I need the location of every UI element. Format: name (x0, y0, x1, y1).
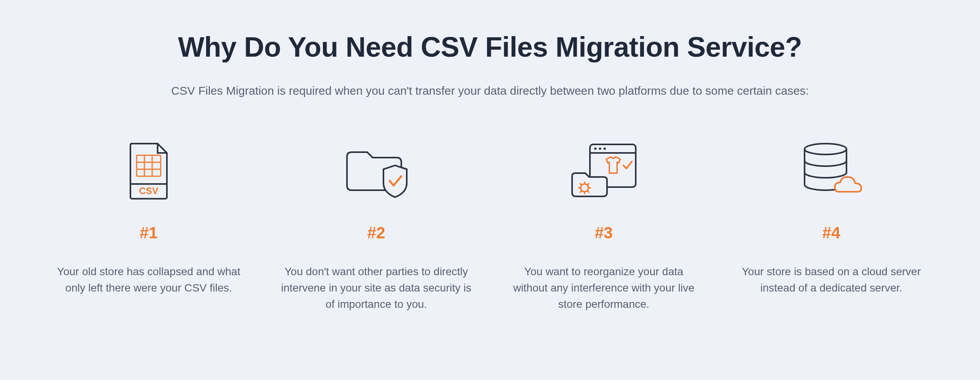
card-description: You want to reorganize your data without… (507, 264, 701, 312)
card-description: Your old store has collapsed and what on… (52, 264, 246, 296)
svg-point-24 (805, 144, 846, 154)
reason-card-3: #3 You want to reorganize your data with… (502, 140, 706, 312)
reason-card-4: #4 Your store is based on a cloud server… (729, 140, 933, 312)
database-cloud-icon (798, 140, 864, 202)
card-number: #1 (140, 224, 158, 242)
csv-file-icon: CSV (127, 140, 170, 202)
content-container: Why Do You Need CSV Files Migration Serv… (39, 31, 941, 312)
svg-point-12 (594, 147, 597, 150)
folder-shield-icon (343, 140, 409, 202)
page-title: Why Do You Need CSV Files Migration Serv… (39, 31, 941, 63)
reason-card-1: CSV #1 Your old store has collapsed and … (47, 140, 251, 312)
card-number: #2 (367, 224, 385, 242)
svg-point-13 (599, 147, 601, 150)
browser-folder-icon (569, 140, 639, 202)
svg-point-14 (604, 147, 606, 150)
reason-card-2: #2 You don't want other parties to direc… (274, 140, 478, 312)
card-number: #4 (822, 224, 841, 242)
card-number: #3 (595, 224, 613, 242)
svg-text:CSV: CSV (139, 186, 158, 196)
card-description: You don't want other parties to directly… (279, 264, 473, 312)
card-description: Your store is based on a cloud server in… (734, 264, 928, 296)
cards-row: CSV #1 Your old store has collapsed and … (39, 140, 941, 312)
page-subtitle: CSV Files Migration is required when you… (39, 84, 941, 97)
